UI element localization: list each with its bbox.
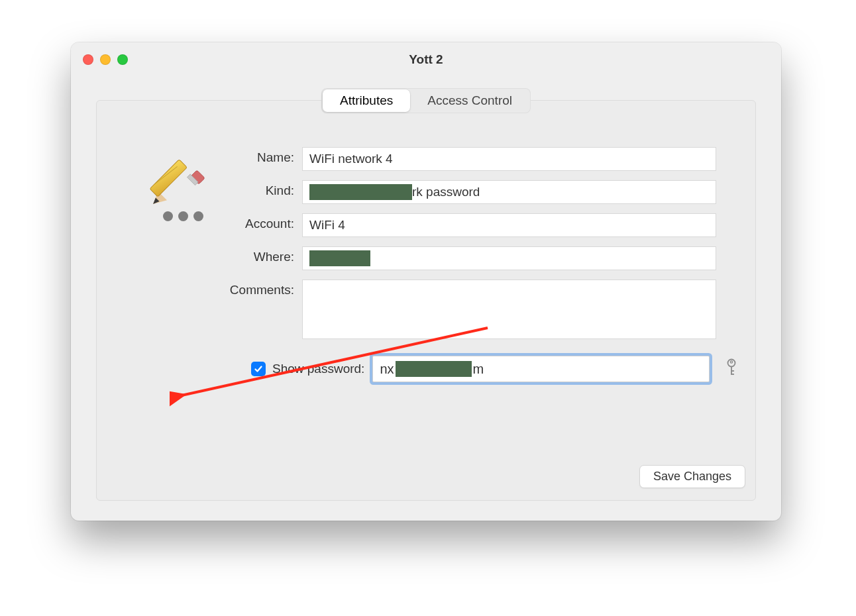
row-name: Name:	[213, 147, 739, 171]
redaction-block	[396, 361, 472, 377]
row-where: Where:	[213, 246, 739, 270]
show-password-label: Show password:	[272, 362, 364, 376]
row-comments: Comments:	[213, 280, 739, 339]
tab-access-control[interactable]: Access Control	[410, 89, 529, 112]
traffic-lights	[83, 54, 128, 65]
password-value-prefix: nx	[380, 362, 394, 377]
name-field[interactable]	[302, 147, 716, 171]
window-title: Yott 2	[409, 52, 443, 67]
kind-field[interactable]: rk password	[302, 180, 716, 204]
titlebar: Yott 2	[71, 42, 781, 77]
svg-rect-2	[150, 160, 187, 197]
row-show-password: Show password: nx m	[251, 356, 739, 382]
row-account: Account:	[213, 213, 739, 237]
pencil-icon	[142, 152, 205, 215]
item-icon-area	[130, 152, 216, 221]
content-panel: Attributes Access Control	[96, 100, 756, 501]
keychain-item-window: Yott 2 Attributes Access Control	[71, 42, 781, 521]
row-kind: Kind: rk password	[213, 180, 739, 204]
save-changes-button[interactable]: Save Changes	[639, 465, 745, 488]
svg-point-7	[730, 361, 732, 363]
minimize-button[interactable]	[100, 54, 111, 65]
label-comments: Comments:	[213, 280, 302, 297]
tab-attributes[interactable]: Attributes	[323, 89, 410, 112]
where-field[interactable]	[302, 246, 716, 270]
redaction-block	[309, 250, 370, 266]
label-account: Account:	[213, 213, 302, 231]
label-where: Where:	[213, 246, 302, 264]
password-value-suffix: m	[473, 362, 484, 377]
close-button[interactable]	[83, 54, 93, 65]
tab-group: Attributes Access Control	[321, 88, 531, 113]
show-password-checkbox[interactable]	[251, 362, 266, 376]
label-name: Name:	[213, 147, 302, 165]
password-field[interactable]: nx m	[372, 356, 710, 382]
account-field[interactable]	[302, 213, 716, 237]
form-area: Name: Kind: rk password Account: Where:	[113, 147, 739, 382]
check-icon	[254, 364, 263, 374]
form-rows: Name: Kind: rk password Account: Where:	[213, 147, 739, 382]
redaction-block	[309, 184, 412, 200]
kind-value-suffix: rk password	[412, 185, 480, 199]
key-icon[interactable]	[724, 358, 739, 380]
maximize-button[interactable]	[117, 54, 128, 65]
comments-field[interactable]	[302, 280, 716, 339]
label-kind: Kind:	[213, 180, 302, 198]
